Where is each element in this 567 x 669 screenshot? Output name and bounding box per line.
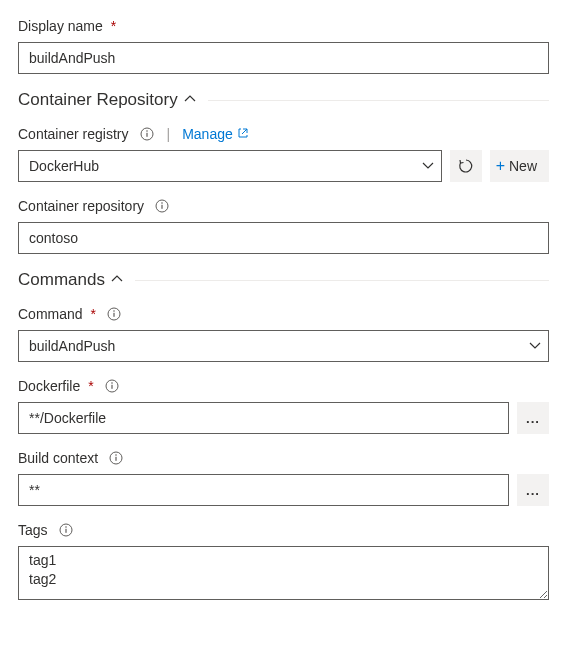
section-container-repository[interactable]: Container Repository: [18, 90, 549, 110]
info-icon[interactable]: [139, 126, 155, 142]
required-asterisk: *: [111, 18, 116, 34]
info-icon[interactable]: [108, 450, 124, 466]
dockerfile-input[interactable]: [18, 402, 509, 434]
new-button[interactable]: + New: [490, 150, 549, 182]
svg-rect-14: [116, 457, 117, 461]
build-context-input[interactable]: [18, 474, 509, 506]
info-icon[interactable]: [58, 522, 74, 538]
section-title: Commands: [18, 270, 105, 290]
browse-button[interactable]: ...: [517, 474, 549, 506]
svg-point-1: [146, 130, 148, 132]
section-title: Container Repository: [18, 90, 178, 110]
container-repo-label: Container repository: [18, 198, 144, 214]
svg-point-10: [111, 382, 113, 384]
external-link-icon: [237, 126, 249, 142]
chevron-up-icon: [111, 272, 123, 288]
info-icon[interactable]: [154, 198, 170, 214]
chevron-up-icon: [184, 92, 196, 108]
container-registry-select[interactable]: [18, 150, 442, 182]
section-divider: [135, 280, 549, 281]
command-label: Command: [18, 306, 83, 322]
manage-link-text: Manage: [182, 126, 233, 142]
tags-label: Tags: [18, 522, 48, 538]
svg-rect-2: [146, 133, 147, 137]
required-asterisk: *: [91, 306, 96, 322]
container-registry-label: Container registry: [18, 126, 129, 142]
svg-rect-17: [65, 529, 66, 533]
info-icon[interactable]: [104, 378, 120, 394]
info-icon[interactable]: [106, 306, 122, 322]
tags-textarea[interactable]: [18, 546, 549, 600]
browse-button[interactable]: ...: [517, 402, 549, 434]
refresh-button[interactable]: [450, 150, 482, 182]
section-divider: [208, 100, 549, 101]
command-select[interactable]: [18, 330, 549, 362]
svg-rect-5: [161, 205, 162, 209]
dockerfile-label: Dockerfile: [18, 378, 80, 394]
required-asterisk: *: [88, 378, 93, 394]
svg-rect-8: [113, 313, 114, 317]
svg-rect-11: [111, 385, 112, 389]
section-commands[interactable]: Commands: [18, 270, 549, 290]
svg-point-13: [115, 454, 117, 456]
new-button-label: New: [509, 158, 537, 174]
separator: |: [167, 126, 171, 142]
manage-link[interactable]: Manage: [182, 126, 249, 142]
display-name-label: Display name: [18, 18, 103, 34]
svg-point-16: [65, 526, 67, 528]
plus-icon: +: [496, 157, 505, 175]
refresh-icon: [458, 158, 474, 174]
container-repo-input[interactable]: [18, 222, 549, 254]
build-context-label: Build context: [18, 450, 98, 466]
display-name-input[interactable]: [18, 42, 549, 74]
svg-point-7: [113, 310, 115, 312]
svg-point-4: [161, 202, 163, 204]
